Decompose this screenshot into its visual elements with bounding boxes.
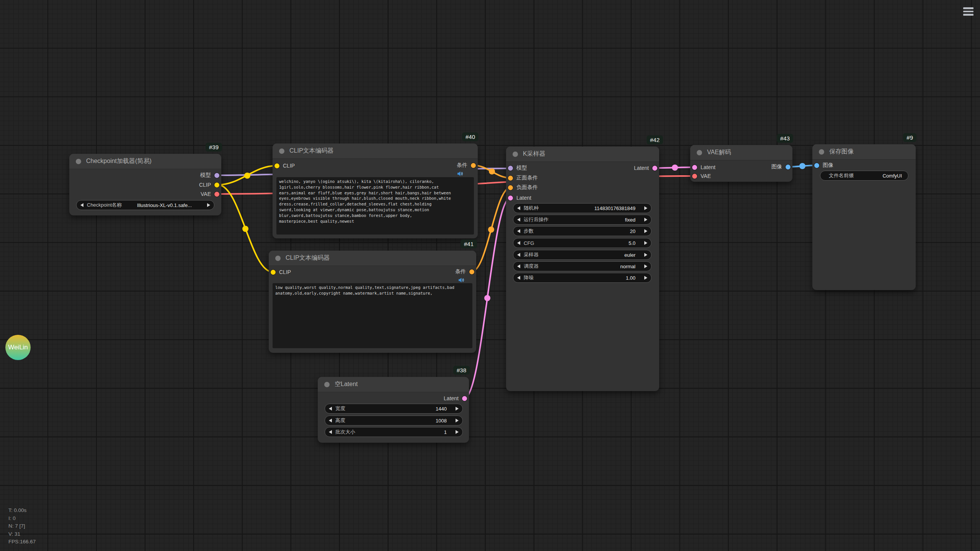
slot-label: VAE: [701, 173, 711, 179]
hamburger-menu-icon[interactable]: [963, 7, 973, 17]
node-title-bar[interactable]: VAE解码: [690, 145, 792, 160]
batch-size-widget[interactable]: 批次大小 1: [325, 427, 463, 437]
increment-arrow-icon[interactable]: [644, 229, 647, 233]
cfg-widget[interactable]: CFG 5.0: [513, 238, 652, 248]
widget-label: 高度: [335, 417, 345, 424]
slot-label: 模型: [516, 165, 527, 171]
node-title-bar[interactable]: Checkpoint加载器(简易): [69, 154, 221, 169]
decrement-arrow-icon[interactable]: [517, 206, 520, 210]
image-port[interactable]: [814, 163, 819, 168]
node-title-bar[interactable]: 保存图像: [812, 144, 916, 160]
width-widget[interactable]: 宽度 1440: [325, 404, 463, 414]
image-port[interactable]: [786, 165, 791, 170]
vae-port[interactable]: [214, 192, 219, 197]
widget-value: 1440: [436, 406, 447, 412]
collapse-dot[interactable]: [324, 382, 330, 387]
node-title-bar[interactable]: CLIP文本编码器: [273, 143, 478, 159]
weilin-plugin-button[interactable]: WeiLin: [5, 335, 31, 360]
speaker-icon[interactable]: [458, 277, 464, 283]
clip-port[interactable]: [274, 163, 279, 168]
output-slot-image: 图像: [771, 163, 791, 171]
node-ksampler[interactable]: #42 K采样器 模型 正面条件 负面条件 Latent Latent 随机种: [506, 147, 659, 391]
increment-arrow-icon[interactable]: [644, 264, 647, 268]
increment-arrow-icon[interactable]: [456, 430, 459, 434]
speaker-icon[interactable]: [457, 171, 463, 176]
conditioning-port[interactable]: [508, 176, 513, 181]
widget-value: ComfyUI: [882, 173, 902, 179]
link-dot: [489, 168, 495, 174]
collapse-dot[interactable]: [697, 150, 702, 155]
clip-port[interactable]: [214, 183, 219, 187]
slot-label: 负面条件: [516, 184, 538, 191]
collapse-dot[interactable]: [279, 148, 284, 154]
node-title-bar[interactable]: 空Latent: [318, 377, 469, 392]
filename-prefix-widget[interactable]: 文件名前缀 ComfyUI: [820, 171, 908, 181]
decrement-arrow-icon[interactable]: [80, 203, 83, 207]
decrement-arrow-icon[interactable]: [329, 430, 332, 434]
decrement-arrow-icon[interactable]: [517, 264, 520, 268]
conditioning-port[interactable]: [508, 185, 513, 190]
decrement-arrow-icon[interactable]: [517, 229, 520, 233]
control-after-generate-widget[interactable]: 运行后操作 fixed: [513, 215, 652, 225]
menu-bar: [963, 14, 973, 16]
node-save-image[interactable]: #9 保存图像 图像 文件名前缀 ComfyUI: [812, 144, 916, 290]
steps-widget[interactable]: 步数 20: [513, 226, 652, 236]
positive-prompt-textarea[interactable]: welchino, yanyo \(ogino atsuki\), kita \…: [276, 177, 474, 235]
stat-fps: FPS:166.67: [8, 538, 36, 546]
collapse-dot[interactable]: [819, 149, 824, 155]
widget-label: 调度器: [524, 263, 539, 270]
vae-port[interactable]: [692, 174, 697, 179]
input-slot-model: 模型: [508, 164, 527, 172]
widget-label: Checkpoint名称: [87, 202, 122, 209]
node-vae-decode[interactable]: #43 VAE解码 Latent VAE 图像: [690, 145, 792, 182]
increment-arrow-icon[interactable]: [644, 206, 647, 210]
negative-prompt-textarea[interactable]: low quality,worst quality,normal quality…: [273, 283, 472, 348]
node-empty-latent[interactable]: #38 空Latent Latent 宽度 1440 高度 1008 批次大小 …: [318, 377, 469, 443]
clip-port[interactable]: [271, 270, 276, 275]
conditioning-port[interactable]: [469, 269, 474, 274]
node-title-bar[interactable]: CLIP文本编码器: [269, 251, 476, 266]
latent-port[interactable]: [462, 396, 467, 401]
collapse-dot[interactable]: [513, 152, 518, 157]
model-port[interactable]: [508, 166, 513, 171]
node-id-badge: #42: [647, 135, 663, 144]
widget-label: 运行后操作: [524, 216, 549, 223]
node-checkpoint-loader[interactable]: #39 Checkpoint加载器(简易) 模型 CLIP VAE Checkp…: [69, 154, 221, 215]
node-clip-encode-positive[interactable]: #40 CLIP文本编码器 CLIP 条件 welchino, yanyo \(…: [273, 143, 478, 238]
decrement-arrow-icon[interactable]: [329, 407, 332, 411]
output-slot-vae: VAE: [201, 190, 219, 198]
checkpoint-name-widget[interactable]: Checkpoint名称 Illustrious-XL-v0.1.safe...: [76, 200, 214, 210]
output-slot-conditioning: 条件: [455, 268, 474, 276]
widget-value: Illustrious-XL-v0.1.safe...: [137, 202, 192, 208]
latent-port[interactable]: [692, 165, 697, 170]
collapse-dot[interactable]: [275, 256, 281, 261]
sampler-widget[interactable]: 采样器 euler: [513, 250, 652, 260]
decrement-arrow-icon[interactable]: [517, 218, 520, 222]
seed-widget[interactable]: 随机种 114830176381849: [513, 203, 652, 213]
increment-arrow-icon[interactable]: [207, 203, 210, 207]
model-port[interactable]: [214, 173, 219, 178]
widget-value: 5.0: [629, 240, 635, 246]
increment-arrow-icon[interactable]: [644, 276, 647, 280]
conditioning-port[interactable]: [471, 163, 476, 168]
height-widget[interactable]: 高度 1008: [325, 416, 463, 425]
decrement-arrow-icon[interactable]: [517, 241, 520, 245]
decrement-arrow-icon[interactable]: [329, 419, 332, 422]
widget-label: 步数: [524, 228, 534, 235]
scheduler-widget[interactable]: 调度器 normal: [513, 261, 652, 271]
output-slot-clip: CLIP: [199, 181, 219, 189]
node-title-bar[interactable]: K采样器: [506, 147, 659, 162]
decrement-arrow-icon[interactable]: [517, 253, 520, 257]
node-clip-encode-negative[interactable]: #41 CLIP文本编码器 CLIP 条件 low quality,worst …: [269, 251, 476, 353]
denoise-widget[interactable]: 降噪 1.00: [513, 273, 652, 283]
increment-arrow-icon[interactable]: [644, 241, 647, 245]
collapse-dot[interactable]: [76, 159, 81, 164]
increment-arrow-icon[interactable]: [456, 419, 459, 422]
decrement-arrow-icon[interactable]: [517, 276, 520, 280]
latent-port[interactable]: [508, 196, 513, 201]
node-graph-canvas[interactable]: #39 Checkpoint加载器(简易) 模型 CLIP VAE Checkp…: [0, 0, 980, 551]
increment-arrow-icon[interactable]: [644, 218, 647, 222]
latent-port[interactable]: [652, 166, 657, 171]
increment-arrow-icon[interactable]: [456, 407, 459, 411]
increment-arrow-icon[interactable]: [644, 253, 647, 257]
